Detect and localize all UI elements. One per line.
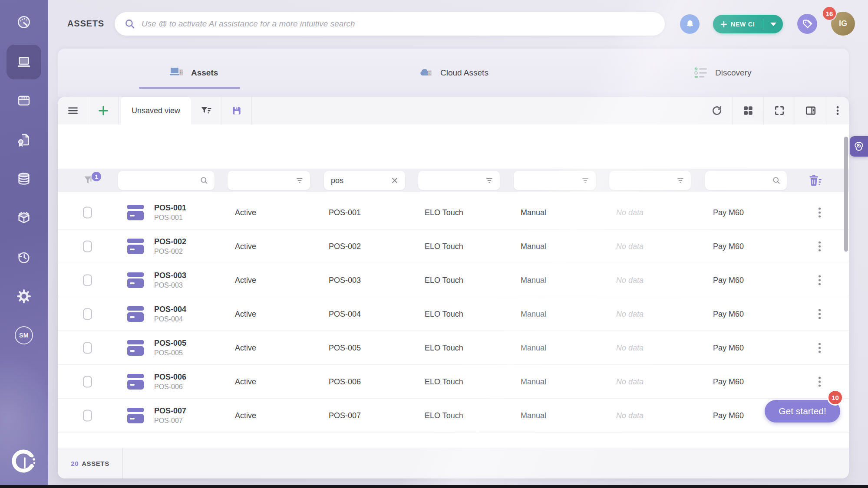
plus-icon (720, 21, 727, 28)
clear-filter-icon[interactable] (390, 176, 405, 185)
filter-inventory-id-input[interactable] (324, 171, 390, 190)
tags-button[interactable] (797, 14, 817, 34)
filter-source-input[interactable] (514, 171, 581, 190)
ai-assistant-button[interactable] (850, 136, 868, 157)
database-icon[interactable] (17, 171, 31, 186)
filter-tags-input[interactable] (609, 171, 676, 190)
asset-name-cell: POS-004 POS-004 (154, 305, 186, 323)
history-icon[interactable] (17, 249, 31, 264)
tab-label: Assets (191, 68, 218, 78)
add-view-button[interactable] (88, 97, 119, 124)
get-started-button[interactable]: Get started! (765, 400, 840, 422)
view-tab-unsaved[interactable]: Unsaved view (121, 97, 191, 124)
cell-tags: No data (616, 309, 644, 318)
discovery-checklist-icon (694, 66, 709, 79)
settings-gear-icon[interactable] (17, 289, 31, 304)
filter-button[interactable] (191, 97, 221, 124)
cell-tags: No data (616, 208, 644, 217)
tab-assets[interactable]: Assets (170, 49, 218, 97)
row-checkbox[interactable] (83, 308, 92, 320)
cell-status: Active (235, 411, 256, 420)
search-icon (124, 18, 135, 29)
assets-laptop-icon[interactable] (17, 55, 31, 69)
sm-badge[interactable]: SM (15, 326, 33, 344)
row-checkbox[interactable] (83, 206, 92, 218)
filter-model-input[interactable] (705, 171, 772, 190)
cell-tags: No data (616, 411, 644, 420)
asset-name-link[interactable]: POS-002 (154, 237, 186, 246)
row-menu-icon[interactable] (817, 375, 822, 388)
dashboard-icon[interactable] (17, 15, 31, 29)
asset-count-value: 20 (71, 460, 79, 467)
asset-count: 20 ASSETS (58, 448, 123, 478)
vertical-scrollbar[interactable] (844, 137, 848, 252)
row-menu-icon[interactable] (817, 341, 822, 354)
cell-status: Active (235, 242, 256, 251)
add-view-icon (98, 105, 109, 116)
brain-icon (853, 141, 865, 153)
notifications-button[interactable] (680, 14, 700, 34)
filter-status-input[interactable] (228, 171, 295, 190)
row-checkbox[interactable] (83, 240, 92, 252)
asset-type-icon (127, 272, 144, 288)
side-panel-button[interactable] (795, 97, 826, 124)
asset-name-link[interactable]: POS-007 (154, 406, 186, 416)
service-catalog-icon[interactable] (17, 93, 31, 108)
new-ci-dropdown[interactable] (763, 23, 783, 26)
search-input[interactable] (142, 12, 650, 36)
asset-name-link[interactable]: POS-001 (154, 203, 186, 213)
asset-type-icon (127, 340, 144, 356)
filter-lines-icon[interactable] (581, 176, 596, 185)
row-checkbox[interactable] (83, 274, 92, 286)
asset-name-link[interactable]: POS-005 (154, 339, 186, 348)
tab-cloud-assets[interactable]: Cloud Assets (419, 49, 488, 97)
filter-asset-input[interactable] (118, 171, 200, 190)
cell-status: Active (235, 309, 256, 318)
asset-subtitle: POS-006 (154, 383, 186, 391)
row-checkbox[interactable] (83, 342, 92, 354)
filter-status (228, 171, 310, 190)
grid-view-icon (743, 105, 754, 116)
filter-lines-icon[interactable] (295, 176, 310, 185)
filter-manufacturer-input[interactable] (418, 171, 485, 190)
more-options-button[interactable] (826, 97, 849, 124)
row-menu-icon[interactable] (817, 239, 822, 253)
filter-lines-icon[interactable] (676, 176, 691, 185)
active-filters-badge: 1 (92, 172, 101, 181)
row-menu-icon[interactable] (817, 307, 822, 321)
grid-view-button[interactable] (733, 97, 764, 124)
table-spacer (58, 192, 849, 196)
row-menu-icon[interactable] (817, 206, 822, 219)
asset-name-cell: POS-001 POS-001 (154, 203, 186, 222)
clear-all-filters-icon[interactable] (808, 174, 822, 187)
tab-discovery[interactable]: Discovery (694, 49, 751, 97)
filter-lines-icon[interactable] (485, 176, 500, 185)
fullscreen-button[interactable] (764, 97, 795, 124)
view-toolbar: Unsaved view (58, 97, 849, 124)
asset-name-link[interactable]: POS-004 (154, 305, 186, 314)
asset-count-label: ASSETS (82, 460, 109, 467)
row-checkbox[interactable] (83, 376, 92, 387)
cell-status: Active (235, 377, 256, 386)
chevron-down-icon (770, 23, 776, 26)
row-menu-icon[interactable] (817, 273, 822, 287)
table-header: Asset Status Inventory ID Manufacturer S… (58, 124, 849, 169)
bell-icon (685, 19, 695, 29)
table-body: POS-001 POS-001 Active POS-001 ELO Touch… (58, 196, 849, 432)
filter-manufacturer (418, 171, 500, 190)
cell-manufacturer: ELO Touch (425, 275, 463, 285)
cell-inventory-id: POS-004 (329, 309, 361, 318)
save-view-button[interactable] (221, 97, 252, 124)
asset-name-link[interactable]: POS-006 (154, 373, 186, 382)
new-ci-button[interactable]: NEW CI (713, 15, 783, 33)
asset-name-link[interactable]: POS-003 (154, 271, 186, 280)
contracts-icon[interactable] (17, 132, 31, 147)
asset-type-icon (127, 374, 144, 390)
new-ci-main[interactable]: NEW CI (713, 21, 763, 28)
refresh-button[interactable] (701, 97, 733, 124)
cell-inventory-id: POS-006 (329, 377, 361, 386)
row-checkbox[interactable] (83, 409, 92, 421)
cell-model: Pay M60 (713, 411, 744, 420)
views-menu-button[interactable] (58, 97, 88, 124)
inventory-box-icon[interactable] (17, 210, 31, 225)
